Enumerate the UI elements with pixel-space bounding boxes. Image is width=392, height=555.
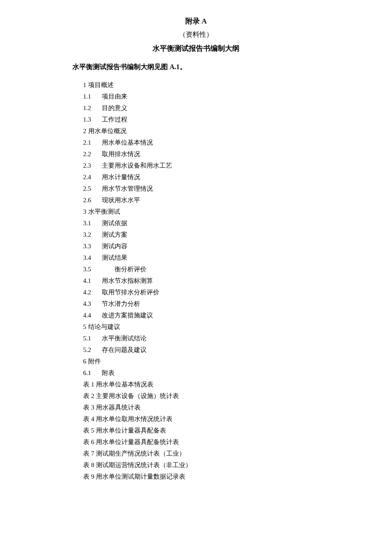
item-number: 4.1	[83, 275, 102, 287]
item-4-3: 4.3 节水潜力分析	[83, 298, 392, 310]
table-1: 表 1 用水单位基本情况表	[83, 379, 392, 390]
item-title: 项目由来	[102, 91, 127, 102]
item-title: 取用节排水分析评价	[102, 287, 159, 298]
item-2-3: 2.3 主要用水设备和用水工艺	[83, 160, 392, 171]
item-title: 节水潜力分析	[102, 298, 140, 310]
item-number: 5.1	[83, 333, 102, 344]
item-4-1: 4.1 用水节水指标测算	[83, 275, 392, 287]
table-7: 表 7 测试期生产情况统计表（工业）	[83, 448, 392, 459]
item-title: 主要用水设备和用水工艺	[102, 160, 172, 171]
item-title: 用水单位基本情况	[102, 137, 153, 148]
item-title: 用水节水管理情况	[102, 183, 153, 195]
item-3-3: 3.3 测试内容	[83, 241, 392, 252]
section-title: 结论与建议	[88, 321, 120, 333]
item-number: 3.5	[83, 264, 102, 275]
section-1: 1 项目概述	[83, 79, 392, 91]
item-2-6: 2.6 现状用水水平	[83, 195, 392, 206]
item-4-2: 4.2 取用节排水分析评价	[83, 287, 392, 298]
appendix-title: 附录 A	[0, 16, 392, 26]
table-6: 表 6 用水单位计量器具配备统计表	[83, 436, 392, 448]
item-3-5: 3.5 衡分析评价	[83, 264, 392, 275]
section-title: 用水单位概况	[88, 125, 127, 137]
item-title: 现状用水水平	[102, 195, 140, 206]
item-title: 测试依据	[102, 218, 127, 229]
item-1-2: 1.2 目的意义	[83, 102, 392, 114]
section-3: 3 水平衡测试	[83, 206, 392, 218]
section-2: 2 用水单位概况	[83, 125, 392, 137]
item-5-1: 5.1 水平衡测试结论	[83, 333, 392, 344]
item-2-1: 2.1 用水单位基本情况	[83, 137, 392, 148]
item-number: 3.4	[83, 252, 102, 264]
item-3-4: 3.4 测试结果	[83, 252, 392, 264]
item-number: 1.3	[83, 114, 102, 125]
item-number: 2.1	[83, 137, 102, 148]
table-4: 表 4 用水单位取用水情况统计表	[83, 413, 392, 425]
item-4-4: 4.4 改进方案措施建议	[83, 310, 392, 321]
item-number: 4.4	[83, 310, 102, 321]
document-header: 附录 A （资料性） 水平衡测试报告书编制大纲	[0, 16, 392, 53]
item-number: 2.4	[83, 171, 102, 183]
item-5-2: 5.2 存在问题及建议	[83, 344, 392, 356]
item-title: 工作过程	[102, 114, 127, 125]
item-number: 2.5	[83, 183, 102, 195]
item-number: 2.6	[83, 195, 102, 206]
item-2-4: 2.4 用水计量情况	[83, 171, 392, 183]
table-2: 表 2 主要用水设备（设施）统计表	[83, 390, 392, 402]
item-number: 6.1	[83, 367, 102, 379]
item-6-1: 6.1 附表	[83, 367, 392, 379]
item-title: 测试结果	[102, 252, 127, 264]
item-title: 测试方案	[102, 229, 127, 241]
item-number: 3.3	[83, 241, 102, 252]
item-1-3: 1.3 工作过程	[83, 114, 392, 125]
table-9: 表 9 用水单位测试期计量数据记录表	[83, 471, 392, 482]
section-title: 附件	[88, 356, 101, 367]
item-number: 5.2	[83, 344, 102, 356]
item-number: 2.2	[83, 148, 102, 160]
item-title: 用水计量情况	[102, 171, 140, 183]
item-2-5: 2.5 用水节水管理情况	[83, 183, 392, 195]
item-number: 2.3	[83, 160, 102, 171]
table-8: 表 8 测试期运营情况统计表（非工业）	[83, 459, 392, 471]
item-title: 存在问题及建议	[102, 344, 147, 356]
item-number: 1.2	[83, 102, 102, 114]
section-number: 1	[83, 79, 86, 91]
section-title: 水平衡测试	[88, 206, 120, 218]
section-title: 项目概述	[88, 79, 114, 91]
item-title: 附表	[102, 367, 115, 379]
appendix-type: （资料性）	[0, 30, 392, 39]
main-title: 水平衡测试报告书编制大纲	[0, 44, 392, 53]
item-title: 取用排水情况	[102, 148, 140, 160]
table-3: 表 3 用水器具统计表	[83, 402, 392, 413]
section-number: 2	[83, 125, 86, 137]
item-title: 目的意义	[102, 102, 127, 114]
section-number: 5	[83, 321, 86, 333]
item-title: 水平衡测试结论	[102, 333, 147, 344]
item-number: 3.2	[83, 229, 102, 241]
item-number: 4.3	[83, 298, 102, 310]
item-1-1: 1.1 项目由来	[83, 91, 392, 102]
section-number: 6	[83, 356, 86, 367]
item-number: 1.1	[83, 91, 102, 102]
table-5: 表 5 用水单位计量器具配备表	[83, 425, 392, 436]
item-number: 4.2	[83, 287, 102, 298]
intro-text: 水平衡测试报告书编制大纲见图 A.1。	[72, 63, 392, 72]
outline-content: 1 项目概述 1.1 项目由来 1.2 目的意义 1.3 工作过程 2 用水单位…	[83, 79, 392, 482]
section-number: 3	[83, 206, 86, 218]
item-title: 改进方案措施建议	[102, 310, 153, 321]
item-3-2: 3.2 测试方案	[83, 229, 392, 241]
section-6: 6 附件	[83, 356, 392, 367]
item-title: 衡分析评价	[102, 264, 147, 275]
section-5: 5 结论与建议	[83, 321, 392, 333]
item-3-1: 3.1 测试依据	[83, 218, 392, 229]
item-title: 用水节水指标测算	[102, 275, 153, 287]
item-number: 3.1	[83, 218, 102, 229]
item-title: 测试内容	[102, 241, 127, 252]
item-2-2: 2.2 取用排水情况	[83, 148, 392, 160]
